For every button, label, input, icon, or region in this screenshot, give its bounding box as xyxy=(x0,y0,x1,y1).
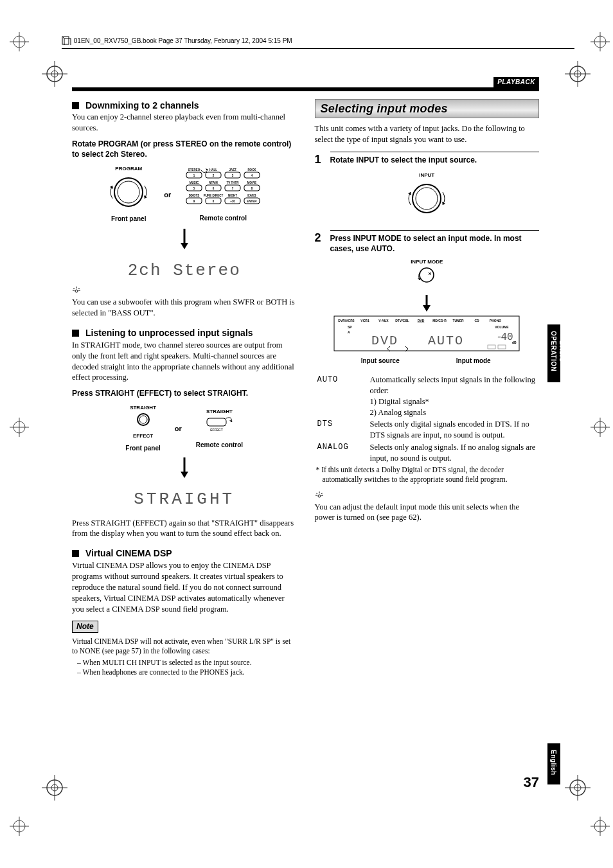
svg-point-17 xyxy=(594,421,606,433)
right-column: Selecting input modes This unit comes wi… xyxy=(315,98,540,678)
svg-text:EFFECT: EFFECT xyxy=(211,428,223,432)
svg-point-30 xyxy=(570,780,585,795)
svg-text:JAZZ: JAZZ xyxy=(229,168,237,172)
svg-point-83 xyxy=(139,416,147,423)
arrow-down-icon xyxy=(178,227,191,251)
input-knob-diagram: INPUT xyxy=(315,172,540,221)
svg-text:1: 1 xyxy=(193,174,195,177)
svg-text:6: 6 xyxy=(213,187,215,190)
def-analog: ANALOG Selects only analog signals. If n… xyxy=(317,442,540,464)
svg-line-78 xyxy=(78,288,80,289)
svg-text:MOVIE: MOVIE xyxy=(247,181,257,184)
svg-text:DD/DTS: DD/DTS xyxy=(189,194,200,197)
tip-text: You can use a subwoofer with this progra… xyxy=(72,297,297,319)
svg-line-113 xyxy=(321,493,323,494)
reg-mark-icon xyxy=(574,26,607,58)
svg-text:DTV/CBL: DTV/CBL xyxy=(395,319,409,323)
push-button-icon xyxy=(413,266,440,290)
svg-text:DVD: DVD xyxy=(418,319,425,323)
svg-text:3: 3 xyxy=(232,174,234,177)
lcd-display-2ch: 2ch Stereo xyxy=(72,260,297,282)
side-tab-text: English xyxy=(547,743,559,782)
left-column: Downmixing to 2 channels You can enjoy 2… xyxy=(72,98,297,678)
svg-point-27 xyxy=(51,784,58,791)
instruction-program: Rotate PROGRAM (or press STEREO on the r… xyxy=(72,139,297,159)
reg-crosshair-icon xyxy=(39,61,71,93)
svg-line-77 xyxy=(73,288,75,289)
svg-point-11 xyxy=(574,71,581,77)
svg-point-20 xyxy=(13,820,25,832)
heading-virtual-cinema: Virtual CINEMA DSP xyxy=(72,548,297,559)
svg-text:AUTO: AUTO xyxy=(428,333,464,348)
side-tab-line: BASIC xyxy=(558,331,567,371)
page-content: PLAYBACK Downmixing to 2 channels You ca… xyxy=(72,77,539,678)
lcd-display-straight: STRAIGHT xyxy=(72,488,297,511)
svg-text:STEREO: STEREO xyxy=(188,168,200,172)
svg-point-7 xyxy=(51,71,58,77)
svg-text:TV THTR: TV THTR xyxy=(227,181,240,184)
svg-text:CD: CD xyxy=(475,319,480,323)
svg-text:TUNER: TUNER xyxy=(453,319,465,323)
svg-text:HALL: HALL xyxy=(209,168,217,172)
svg-line-112 xyxy=(316,493,317,494)
svg-point-10 xyxy=(570,66,585,82)
reg-mark-icon xyxy=(574,810,607,842)
svg-point-23 xyxy=(594,820,606,832)
doc-meta-line: 01EN_00_RXV750_GB.book Page 37 Thursday,… xyxy=(62,36,574,49)
svg-text:V-AUX: V-AUX xyxy=(379,319,389,323)
input-mode-diagram: INPUT MODE DVR/VCR2 xyxy=(315,259,540,366)
svg-point-14 xyxy=(13,421,25,433)
straight-diagram: STRAIGHT EFFECT Front panel or STRAIGHT xyxy=(72,403,297,479)
input-mode-definitions: AUTO Automatically selects input signals… xyxy=(317,375,540,464)
section-header-playback: PLAYBACK xyxy=(493,77,539,87)
body-downmixing: You can enjoy 2-channel stereo playback … xyxy=(72,112,297,134)
svg-text:MUSIC: MUSIC xyxy=(190,181,199,184)
footnote-digital: * If this unit detects a Dolby Digital o… xyxy=(323,465,540,485)
svg-text:2: 2 xyxy=(213,174,215,177)
svg-point-26 xyxy=(47,780,62,795)
intro-text: This unit comes with a variety of input … xyxy=(315,123,540,145)
arrow-down-icon xyxy=(178,456,191,479)
note-item: When MULTI CH INPUT is selected as the i… xyxy=(82,658,297,668)
svg-text:dB: dB xyxy=(512,341,517,344)
svg-text:40: 40 xyxy=(501,332,513,343)
svg-text:A: A xyxy=(348,330,350,334)
heading-downmixing: Downmixing to 2 channels xyxy=(72,100,297,111)
doc-meta-text: 01EN_00_RXV750_GB.book Page 37 Thursday,… xyxy=(74,37,292,44)
svg-text:9: 9 xyxy=(193,200,195,203)
tip-icon xyxy=(72,286,81,297)
reg-mark-icon xyxy=(574,411,607,443)
body-virtual-cinema: Virtual CINEMA DSP allows you to enjoy t… xyxy=(72,560,297,614)
body-straight: In STRAIGHT mode, two channel stereo sou… xyxy=(72,340,297,384)
svg-text:EX/ES: EX/ES xyxy=(248,194,256,197)
svg-point-6 xyxy=(47,66,62,82)
note-item: When headphones are connected to the PHO… xyxy=(82,668,297,678)
svg-text:5: 5 xyxy=(193,187,195,190)
svg-text:7: 7 xyxy=(232,187,234,190)
svg-rect-84 xyxy=(207,418,226,426)
remote-keypad-icon: STEREOHALLJAZZROCK 1 2 3 4 MUSICNTAINTV … xyxy=(181,166,265,211)
heading-straight: Listening to unprocessed input signals xyxy=(72,328,297,339)
tip-text: You can adjust the default input mode th… xyxy=(315,502,540,524)
svg-text:8: 8 xyxy=(251,187,253,190)
svg-point-38 xyxy=(118,181,139,203)
svg-text:NIGHT: NIGHT xyxy=(228,194,237,197)
svg-text:ENTER: ENTER xyxy=(247,200,258,203)
step-1: 1 Rotate INPUT to select the input sourc… xyxy=(315,152,540,167)
reg-mark-icon xyxy=(6,26,39,58)
reg-crosshair-icon xyxy=(39,775,71,807)
def-dts: DTS Selects only digital signals encoded… xyxy=(317,419,540,441)
svg-text:4: 4 xyxy=(251,174,253,177)
front-display-box: DVR/VCR2 VCR1 V-AUX DTV/CBL DVD MD/CD-R … xyxy=(333,315,520,366)
remote-effect-icon: EFFECT xyxy=(203,416,235,434)
svg-text:DVD: DVD xyxy=(371,333,398,348)
manual-page: 01EN_00_RXV750_GB.book Page 37 Thursday,… xyxy=(0,0,613,868)
svg-rect-109 xyxy=(488,345,495,349)
svg-text:MD/CD-R: MD/CD-R xyxy=(432,319,447,323)
tip-subwoofer xyxy=(72,286,297,297)
svg-text:VCR1: VCR1 xyxy=(361,319,370,323)
svg-text:PHONO: PHONO xyxy=(490,319,501,323)
side-tab-line: OPERATION xyxy=(549,331,558,371)
svg-point-3 xyxy=(594,36,606,48)
svg-point-116 xyxy=(318,495,321,497)
